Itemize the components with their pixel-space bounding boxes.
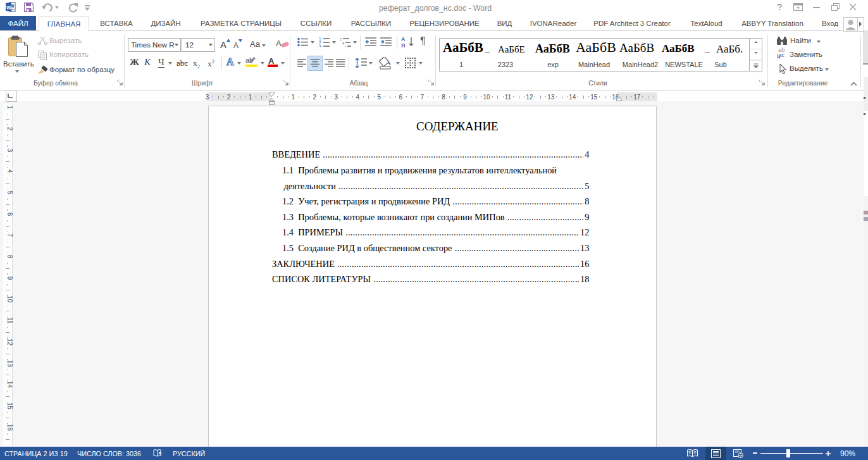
svg-text:W: W — [6, 4, 12, 11]
svg-text:3: 3 — [319, 44, 321, 48]
svg-text:i: i — [345, 45, 345, 48]
